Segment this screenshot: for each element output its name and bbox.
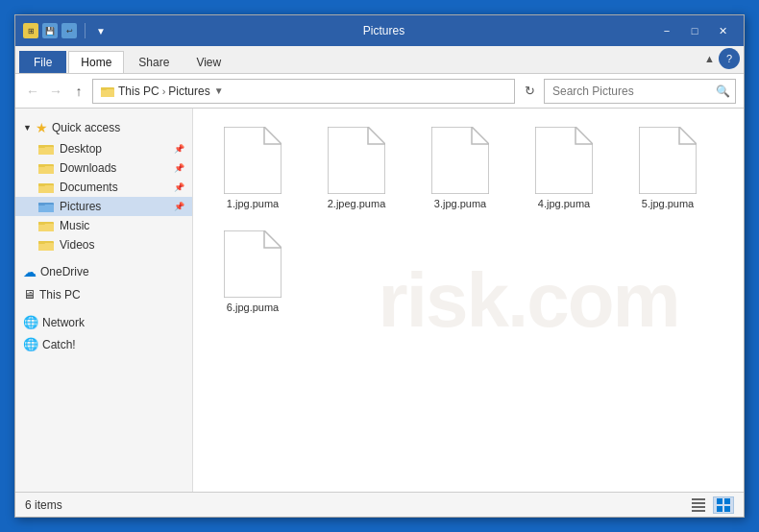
svg-marker-21 xyxy=(224,127,282,194)
view-controls xyxy=(688,496,734,514)
file-name-5: 5.jpg.puma xyxy=(642,198,694,209)
tab-file[interactable]: File xyxy=(19,51,66,73)
file-item-5[interactable]: 5.jpg.puma xyxy=(620,120,716,216)
file-icon-5 xyxy=(639,127,697,194)
svg-rect-29 xyxy=(692,506,705,508)
close-button[interactable]: ✕ xyxy=(709,21,736,40)
qat-undo[interactable]: ↩ xyxy=(61,23,77,38)
svg-rect-34 xyxy=(724,506,730,512)
explorer-window: ⊞ 💾 ↩ ▼ Pictures − □ ✕ File Home Share V… xyxy=(14,14,745,518)
file-icon-2 xyxy=(328,127,385,194)
sidebar-item-downloads[interactable]: Downloads 📌 xyxy=(15,158,192,178)
svg-marker-25 xyxy=(639,127,697,194)
title-bar-icons: ⊞ 💾 ↩ ▼ xyxy=(23,23,109,38)
quickaccess-chevron-icon: ▼ xyxy=(23,123,32,133)
file-icon-6 xyxy=(224,230,282,298)
pictures-pin-icon: 📌 xyxy=(174,202,184,211)
title-bar: ⊞ 💾 ↩ ▼ Pictures − □ ✕ xyxy=(15,15,744,46)
forward-button[interactable]: → xyxy=(46,82,65,101)
file-icon-1 xyxy=(224,127,282,194)
svg-marker-23 xyxy=(431,127,489,194)
content-area: risk.com 1.jpg.puma xyxy=(193,109,744,492)
file-name-2: 2.jpeg.puma xyxy=(328,198,386,209)
path-thispc: This PC xyxy=(118,85,159,98)
tab-share[interactable]: Share xyxy=(126,51,182,73)
status-bar: 6 items xyxy=(15,492,744,517)
path-dropdown-btn[interactable]: ▼ xyxy=(214,85,224,96)
qat-save[interactable]: 💾 xyxy=(42,23,58,38)
file-icon-3 xyxy=(431,127,489,194)
onedrive-icon: ☁ xyxy=(23,264,37,279)
help-button[interactable]: ? xyxy=(719,48,740,69)
tab-view[interactable]: View xyxy=(184,51,233,73)
sidebar-documents-label: Documents xyxy=(60,181,118,194)
refresh-button[interactable]: ↻ xyxy=(519,81,540,102)
item-count-label: 6 items xyxy=(25,498,62,512)
documents-folder-icon xyxy=(38,181,54,194)
svg-rect-28 xyxy=(692,502,705,504)
svg-marker-24 xyxy=(535,127,593,194)
svg-rect-5 xyxy=(38,145,45,148)
sidebar-item-music[interactable]: Music xyxy=(15,216,192,235)
sidebar-item-pictures[interactable]: Pictures 📌 xyxy=(15,197,192,216)
file-name-1: 1.jpg.puma xyxy=(227,198,279,209)
svg-rect-13 xyxy=(38,205,54,212)
file-item-4[interactable]: 4.jpg.puma xyxy=(516,120,612,216)
search-input[interactable] xyxy=(544,79,736,104)
address-path[interactable]: This PC › Pictures ▼ xyxy=(92,79,515,104)
sidebar-thispc[interactable]: 🖥 This PC xyxy=(15,283,192,305)
ribbon-collapse-icon[interactable]: ▲ xyxy=(704,53,715,64)
sidebar-item-documents[interactable]: Documents 📌 xyxy=(15,178,192,197)
downloads-pin-icon: 📌 xyxy=(174,163,184,173)
sidebar-downloads-label: Downloads xyxy=(60,161,116,175)
sidebar-music-label: Music xyxy=(60,219,89,232)
svg-rect-7 xyxy=(38,166,54,174)
file-item-6[interactable]: 6.jpg.puma xyxy=(205,224,301,320)
file-item-2[interactable]: 2.jpeg.puma xyxy=(308,120,404,216)
sidebar-catch-label: Catch! xyxy=(42,338,76,351)
music-folder-icon xyxy=(38,219,54,232)
svg-rect-27 xyxy=(692,498,705,500)
svg-marker-26 xyxy=(224,230,282,298)
search-wrapper: 🔍 xyxy=(544,79,736,104)
qat-icon-1: ⊞ xyxy=(23,23,38,38)
sidebar-onedrive[interactable]: ☁ OneDrive xyxy=(15,260,192,283)
quickaccess-label: Quick access xyxy=(52,121,120,134)
svg-marker-22 xyxy=(328,127,385,194)
sidebar-catch[interactable]: 🌐 Catch! xyxy=(15,333,192,355)
sidebar-desktop-label: Desktop xyxy=(60,142,102,156)
svg-rect-4 xyxy=(38,147,54,155)
qat-dropdown[interactable]: ▼ xyxy=(93,23,109,38)
file-item-1[interactable]: 1.jpg.puma xyxy=(205,120,301,216)
sidebar-item-desktop[interactable]: Desktop 📌 xyxy=(15,139,192,158)
icon-view-icon xyxy=(717,498,730,512)
icon-view-button[interactable] xyxy=(713,496,734,514)
sidebar-item-videos[interactable]: Videos xyxy=(15,235,192,254)
sidebar-quickaccess-header[interactable]: ▼ ★ Quick access xyxy=(15,116,192,139)
up-button[interactable]: ↑ xyxy=(69,82,88,101)
documents-pin-icon: 📌 xyxy=(174,182,184,192)
main-area: ▼ ★ Quick access Desktop 📌 xyxy=(15,109,744,492)
maximize-button[interactable]: □ xyxy=(681,21,708,40)
tab-home[interactable]: Home xyxy=(68,51,124,73)
svg-rect-31 xyxy=(717,498,722,504)
sidebar-onedrive-label: OneDrive xyxy=(40,265,89,278)
quickaccess-star-icon: ★ xyxy=(36,120,48,135)
sidebar-thispc-label: This PC xyxy=(39,288,81,302)
minimize-button[interactable]: − xyxy=(653,21,680,40)
file-item-3[interactable]: 3.jpg.puma xyxy=(412,120,508,216)
window-title: Pictures xyxy=(114,24,653,37)
thispc-icon: 🖥 xyxy=(23,287,36,302)
svg-rect-30 xyxy=(692,510,705,512)
details-view-button[interactable] xyxy=(688,496,709,514)
svg-rect-10 xyxy=(38,185,54,193)
file-name-3: 3.jpg.puma xyxy=(434,198,486,209)
address-bar: ← → ↑ This PC › Pictures ▼ ↻ 🔍 xyxy=(15,74,744,109)
file-icon-4 xyxy=(535,127,593,194)
back-button[interactable]: ← xyxy=(23,82,42,101)
network-icon: 🌐 xyxy=(23,315,38,329)
file-name-4: 4.jpg.puma xyxy=(538,198,590,209)
pictures-folder-icon xyxy=(38,200,54,213)
window-controls: − □ ✕ xyxy=(653,21,736,40)
sidebar-network[interactable]: 🌐 Network xyxy=(15,311,192,333)
